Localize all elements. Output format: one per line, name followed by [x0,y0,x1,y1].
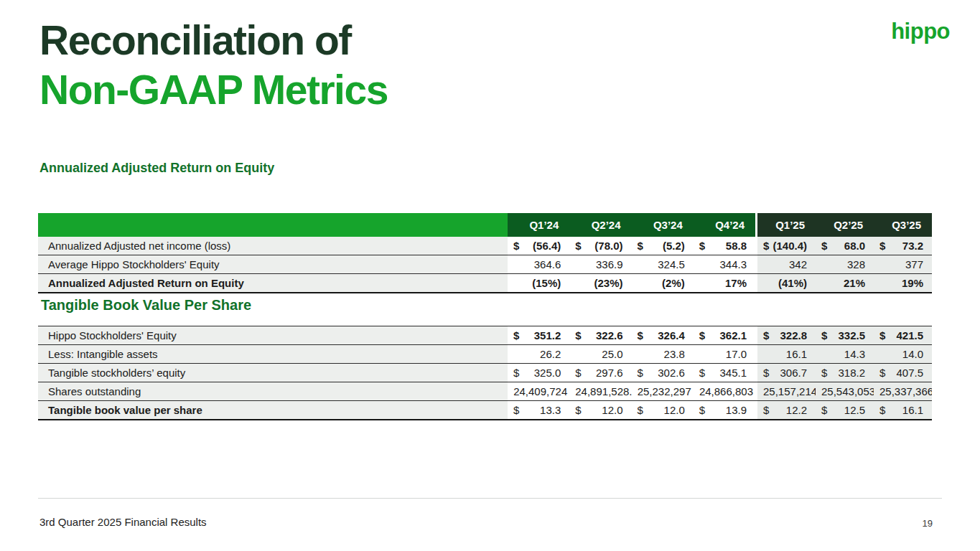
value-cell: (15%) [508,274,569,292]
row-label: Shares outstanding [38,382,508,400]
title-line-1: Reconciliation of [39,16,388,65]
value-text: 19% [879,277,932,289]
table-row: Hippo Stockholders' Equity$351.2$322.6$3… [38,326,932,345]
value-cell: $12.2 [757,401,816,419]
value-text: 325.0 [519,367,569,379]
dollar-sign: $ [699,404,705,416]
value-cell: 21% [816,274,874,292]
dollar-sign: $ [821,404,827,416]
column-header: Q1’24 [508,213,569,237]
value-cell: 25,157,214.0 [757,382,816,400]
tbv-table: Hippo Stockholders' Equity$351.2$322.6$3… [38,326,932,420]
value-text: 322.8 [769,329,816,342]
value-text: (2%) [638,277,694,289]
table-row: Average Hippo Stockholders' Equity364.63… [38,255,932,274]
value-text: 23.8 [638,348,694,360]
value-cell: 14.0 [874,345,932,363]
hippo-logo: hippo [891,19,950,44]
value-cell: 25.0 [569,345,631,363]
row-label: Tangible book value per share [38,401,508,419]
title-line-2: Non-GAAP Metrics [39,65,388,115]
value-cell: 25,543,053 [816,382,874,400]
value-cell: 364.6 [508,255,569,273]
dollar-sign: $ [879,367,885,379]
value-cell: $68.0 [816,237,874,255]
value-cell: $13.3 [508,401,569,419]
value-text: 13.3 [519,404,569,416]
value-cell: 377 [874,255,932,273]
table-row: Annualized Adjusted net income (loss)$(5… [38,237,932,255]
value-cell: $306.7 [757,364,816,382]
value-text: 14.3 [821,348,874,360]
value-cell: $58.8 [694,237,755,255]
column-header: Q3’25 [874,213,932,237]
table-header-row: Q1’24Q2’24Q3’24Q4’24Q1’25Q2’25Q3’25 [38,213,932,237]
value-text: 25,232,297 [638,385,694,397]
value-cell: 24,866,803 [694,382,755,400]
value-cell: $326.4 [632,326,694,344]
dollar-sign: $ [575,329,581,342]
value-text: (23%) [575,277,631,289]
value-cell: $322.6 [569,326,631,344]
value-text: (15%) [513,277,569,289]
value-cell: 328 [816,255,874,273]
value-text: 12.0 [582,404,632,416]
section-heading-roe: Annualized Adjusted Return on Equity [39,161,274,176]
value-cell: $421.5 [874,326,932,344]
value-text: 25,337,366 [879,385,932,397]
value-cell: (2%) [632,274,694,292]
value-cell: $332.5 [816,326,874,344]
row-label: Annualized Adjusted net income (loss) [38,237,508,255]
value-text: 58.8 [705,240,755,252]
header-spacer-cell [38,213,508,237]
column-header: Q4’24 [694,213,755,237]
dollar-sign: $ [763,329,769,342]
value-text: 306.7 [769,367,816,379]
value-cell: 324.5 [632,255,694,273]
value-text: 377 [879,258,932,270]
dollar-sign: $ [821,329,827,342]
table-row: Tangible book value per share$13.3$12.0$… [38,401,932,420]
value-cell: 14.3 [816,345,874,363]
value-text: (5.2) [643,240,694,252]
value-text: 21% [821,277,874,289]
value-cell: 17% [694,274,755,292]
value-text: 12.5 [827,404,874,416]
dollar-sign: $ [699,329,705,342]
value-cell: $351.2 [508,326,569,344]
value-text: 68.0 [827,240,874,252]
row-label: Annualized Adjusted Return on Equity [38,274,508,292]
row-label: Average Hippo Stockholders' Equity [38,255,508,273]
value-cell: $13.9 [694,401,755,419]
dollar-sign: $ [575,367,581,379]
value-text: 302.6 [643,367,694,379]
table-row: Less: Intangible assets26.225.023.817.01… [38,345,932,364]
value-cell: 24,891,528.2 [569,382,631,400]
value-text: 318.2 [827,367,874,379]
value-text: 332.5 [827,329,874,342]
dollar-sign: $ [763,240,769,252]
value-text: 344.3 [699,258,755,270]
value-text: 322.6 [582,329,632,342]
value-cell: $362.1 [694,326,755,344]
value-cell: $73.2 [874,237,932,255]
value-text: 24,866,803 [699,385,755,397]
value-text: 407.5 [885,367,932,379]
value-text: 17% [699,277,755,289]
value-cell: 16.1 [757,345,816,363]
row-label: Tangible stockholders’ equity [38,364,508,382]
value-cell: $16.1 [874,401,932,419]
value-cell: $325.0 [508,364,569,382]
value-cell: $12.5 [816,401,874,419]
value-cell: 19% [874,274,932,292]
dollar-sign: $ [763,404,769,416]
value-text: 328 [821,258,874,270]
value-cell: 344.3 [694,255,755,273]
row-label: Hippo Stockholders' Equity [38,326,508,344]
value-text: 342 [763,258,816,270]
value-text: (140.4) [769,240,816,252]
value-text: 345.1 [705,367,755,379]
page-number: 19 [923,518,933,529]
value-cell: 24,409,724 [508,382,569,400]
value-text: 14.0 [879,348,932,360]
